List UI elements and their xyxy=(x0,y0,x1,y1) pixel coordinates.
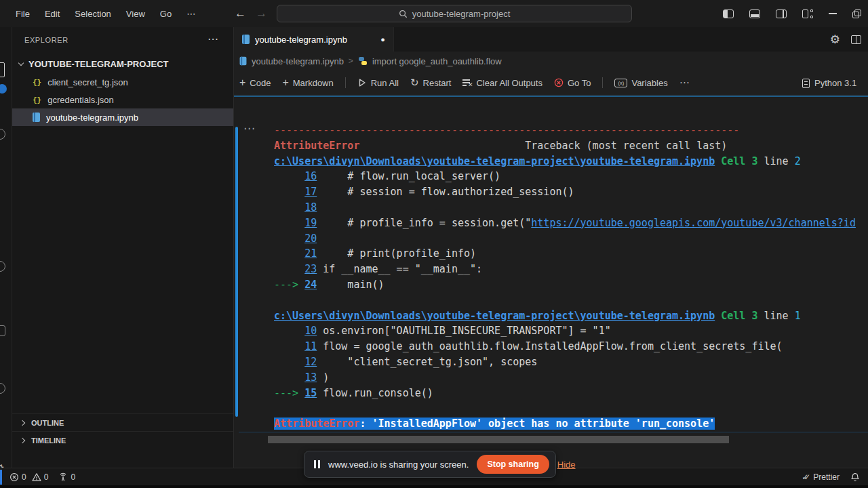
hide-link[interactable]: Hide xyxy=(557,460,576,470)
line-number-link[interactable]: 17 xyxy=(304,186,317,198)
line-number-link[interactable]: 12 xyxy=(304,356,317,368)
menu-selection[interactable]: Selection xyxy=(67,9,118,19)
extensions-activity-icon[interactable] xyxy=(0,383,5,394)
timeline-section-header[interactable]: TIMELINE xyxy=(12,431,233,449)
line-number-link[interactable]: 20 xyxy=(304,232,317,245)
focused-cell-indicator[interactable] xyxy=(235,127,238,417)
line-number-link[interactable]: 16 xyxy=(304,170,317,182)
line-number-link[interactable]: 18 xyxy=(304,201,317,214)
json-icon: {} xyxy=(33,96,41,104)
line-number-link[interactable]: 15 xyxy=(304,387,317,399)
notifications-bell-icon[interactable] xyxy=(850,472,860,483)
notebook-settings-gear-icon[interactable]: ⚙ xyxy=(830,33,840,47)
file-row-notebook-selected[interactable]: youtube-telegram.ipynb xyxy=(12,108,233,126)
unsaved-dot-icon[interactable]: ● xyxy=(380,35,385,43)
traceback-text xyxy=(274,170,304,182)
restore-window-icon[interactable] xyxy=(852,9,861,18)
toggle-primary-sidebar-icon[interactable] xyxy=(723,9,734,18)
command-center-search[interactable]: youtube-telegram-project xyxy=(277,5,632,22)
search-activity-icon[interactable] xyxy=(0,129,5,140)
breadcrumb-file[interactable]: youtube-telegram.ipynb xyxy=(252,56,344,66)
run-all-button[interactable]: Run All xyxy=(357,78,399,88)
source-control-activity-icon[interactable] xyxy=(0,261,5,272)
line-number-link[interactable]: 24 xyxy=(304,279,317,291)
traceback-text: # flow.run_local_server() xyxy=(317,170,500,182)
run-debug-activity-icon[interactable] xyxy=(0,325,5,336)
file-row-client-secret[interactable]: {} client_secret_tg.json xyxy=(12,73,233,91)
double-check-icon: ✓✓ xyxy=(802,472,810,482)
breadcrumb-symbol[interactable]: import google_auth_oauthlib.flow xyxy=(372,56,502,66)
split-editor-icon[interactable] xyxy=(851,35,861,44)
activity-bar: ⚙ xyxy=(0,27,12,468)
url-link[interactable]: https://youtube.googleapis.com/youtube/v… xyxy=(531,217,856,229)
traceback-line: 11 flow = google_auth_oauthlib.flow.Inst… xyxy=(274,339,868,354)
clear-all-outputs-button[interactable]: ✕ Clear All Outputs xyxy=(462,78,542,88)
traceback-line: 21 # print(profile_info) xyxy=(274,246,868,262)
line-number-link[interactable]: 10 xyxy=(304,325,317,337)
back-icon[interactable]: ← xyxy=(235,7,246,20)
line-number-link[interactable]: 19 xyxy=(304,217,317,229)
menu-view[interactable]: View xyxy=(119,9,153,19)
add-markdown-cell-button[interactable]: +Markdown xyxy=(282,77,333,89)
menu-bar: File Edit Selection View Go ⋯ xyxy=(8,0,203,27)
traceback-text: ---> xyxy=(274,279,304,291)
explorer-sidebar: EXPLORER ⋯ YOUTUBE-TELEGRAM-PROJECT {} c… xyxy=(12,27,234,468)
add-code-cell-button[interactable]: +Code xyxy=(239,77,271,89)
explorer-more-actions-icon[interactable]: ⋯ xyxy=(208,33,218,45)
traceback-line: 16 # flow.run_local_server() xyxy=(274,169,868,184)
status-accent-bar xyxy=(0,470,2,485)
cell-more-actions-icon[interactable]: ⋯ xyxy=(243,121,256,136)
tab-youtube-telegram-ipynb[interactable]: youtube-telegram.ipynb ● xyxy=(234,27,394,52)
manage-gear-icon[interactable]: ⚙ xyxy=(0,461,5,468)
menu-edit[interactable]: Edit xyxy=(37,9,67,19)
line-number-link[interactable]: 13 xyxy=(304,371,317,384)
go-to-error-button[interactable]: Go To xyxy=(554,78,591,88)
toggle-secondary-sidebar-icon[interactable] xyxy=(776,9,787,18)
stop-sharing-button[interactable]: Stop sharing xyxy=(477,455,549,474)
line-number-link[interactable]: 21 xyxy=(304,247,317,260)
notebook-icon xyxy=(33,113,40,122)
root-folder-row[interactable]: YOUTUBE-TELEGRAM-PROJECT xyxy=(12,56,233,72)
forward-icon[interactable]: → xyxy=(256,7,267,20)
variables-button[interactable]: (x) Variables xyxy=(614,78,667,88)
customize-layout-icon[interactable] xyxy=(802,9,813,18)
traceback-text xyxy=(274,232,304,245)
menu-overflow-icon[interactable]: ⋯ xyxy=(179,9,203,19)
error-message-selected: AttributeError xyxy=(274,418,359,430)
traceback-line: AttributeError: 'InstalledAppFlow' objec… xyxy=(274,416,868,432)
prettier-indicator[interactable]: ✓✓ Prettier xyxy=(802,472,840,482)
search-icon xyxy=(399,9,408,18)
problems-indicator[interactable]: 0 0 xyxy=(9,472,48,482)
menu-file[interactable]: File xyxy=(8,9,37,19)
activity-badge xyxy=(0,84,7,94)
line-number-link[interactable]: 11 xyxy=(304,340,317,352)
line-number-link[interactable]: 23 xyxy=(304,263,317,275)
traceback-text xyxy=(274,263,304,275)
errors-count: 0 xyxy=(22,472,26,482)
kernel-picker[interactable]: Python 3.1 xyxy=(802,70,856,96)
traceback-text: main() xyxy=(317,279,384,291)
traceback-text xyxy=(274,247,304,260)
traceback-text xyxy=(274,356,304,368)
outline-section-header[interactable]: OUTLINE xyxy=(12,413,233,431)
file-link[interactable]: c:\Users\divyn\Downloads\youtube-telegra… xyxy=(274,310,715,322)
toolbar-divider xyxy=(602,77,603,88)
toolbar-more-actions-icon[interactable]: ⋯ xyxy=(679,77,690,89)
restart-button[interactable]: ↻Restart xyxy=(410,77,451,89)
errors-icon xyxy=(9,472,19,482)
traceback-text: AttributeError xyxy=(274,140,359,152)
menu-go[interactable]: Go xyxy=(153,9,179,19)
traceback-line: ---> 24 main() xyxy=(274,277,868,293)
warnings-icon xyxy=(32,472,41,482)
file-row-gcredentials[interactable]: {} gcredentials.json xyxy=(12,91,233,108)
radio-tower-indicator[interactable]: 0 xyxy=(58,472,75,482)
minimize-icon[interactable] xyxy=(829,13,837,14)
file-link[interactable]: c:\Users\divyn\Downloads\youtube-telegra… xyxy=(274,155,715,167)
traceback-line xyxy=(274,401,868,416)
toolbar-divider xyxy=(345,77,346,88)
output-horizontal-scrollbar[interactable] xyxy=(268,436,729,443)
traceback-text: # print(profile_info) xyxy=(317,247,476,260)
traceback-text xyxy=(274,217,304,229)
toggle-panel-icon[interactable] xyxy=(749,9,760,18)
explorer-activity-icon[interactable] xyxy=(0,62,5,77)
